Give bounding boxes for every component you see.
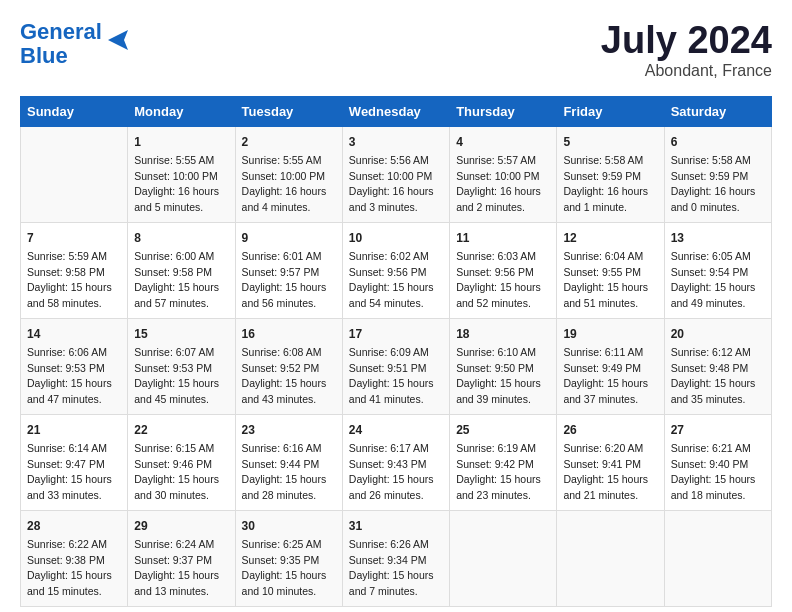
cell-line: Daylight: 16 hours xyxy=(456,184,550,200)
cell-line: Sunset: 9:58 PM xyxy=(134,265,228,281)
cell-line: Daylight: 16 hours xyxy=(671,184,765,200)
cell-content: Sunrise: 6:03 AMSunset: 9:56 PMDaylight:… xyxy=(456,249,550,312)
cell-line: and 21 minutes. xyxy=(563,488,657,504)
cell-line: and 1 minute. xyxy=(563,200,657,216)
cell-line: Sunrise: 6:00 AM xyxy=(134,249,228,265)
cell-line: Daylight: 15 hours xyxy=(242,280,336,296)
cell-content: Sunrise: 5:59 AMSunset: 9:58 PMDaylight:… xyxy=(27,249,121,312)
cell-line: Sunset: 10:00 PM xyxy=(349,169,443,185)
cell-line: Daylight: 15 hours xyxy=(134,376,228,392)
cell-content: Sunrise: 6:15 AMSunset: 9:46 PMDaylight:… xyxy=(134,441,228,504)
cell-line: Sunset: 9:53 PM xyxy=(27,361,121,377)
cell-line: Sunset: 9:40 PM xyxy=(671,457,765,473)
cell-content: Sunrise: 5:55 AMSunset: 10:00 PMDaylight… xyxy=(134,153,228,216)
cell-line: Sunset: 9:53 PM xyxy=(134,361,228,377)
cell-line: Daylight: 15 hours xyxy=(349,472,443,488)
title-block: July 2024 Abondant, France xyxy=(601,20,772,80)
cell-line: and 52 minutes. xyxy=(456,296,550,312)
cell-content: Sunrise: 6:05 AMSunset: 9:54 PMDaylight:… xyxy=(671,249,765,312)
calendar-cell: 13Sunrise: 6:05 AMSunset: 9:54 PMDayligh… xyxy=(664,222,771,318)
day-number: 19 xyxy=(563,325,657,343)
cell-line: Sunrise: 6:02 AM xyxy=(349,249,443,265)
day-number: 7 xyxy=(27,229,121,247)
cell-content: Sunrise: 6:14 AMSunset: 9:47 PMDaylight:… xyxy=(27,441,121,504)
cell-line: and 7 minutes. xyxy=(349,584,443,600)
cell-line: Sunrise: 6:24 AM xyxy=(134,537,228,553)
calendar-cell xyxy=(664,510,771,606)
cell-line: and 47 minutes. xyxy=(27,392,121,408)
calendar-cell: 8Sunrise: 6:00 AMSunset: 9:58 PMDaylight… xyxy=(128,222,235,318)
day-number: 12 xyxy=(563,229,657,247)
column-header-thursday: Thursday xyxy=(450,96,557,126)
day-number: 30 xyxy=(242,517,336,535)
calendar-cell: 1Sunrise: 5:55 AMSunset: 10:00 PMDayligh… xyxy=(128,126,235,222)
calendar-cell: 10Sunrise: 6:02 AMSunset: 9:56 PMDayligh… xyxy=(342,222,449,318)
week-row-1: 1Sunrise: 5:55 AMSunset: 10:00 PMDayligh… xyxy=(21,126,772,222)
cell-content: Sunrise: 6:20 AMSunset: 9:41 PMDaylight:… xyxy=(563,441,657,504)
cell-line: Daylight: 15 hours xyxy=(134,472,228,488)
cell-line: Sunrise: 6:09 AM xyxy=(349,345,443,361)
cell-line: Sunset: 9:56 PM xyxy=(349,265,443,281)
calendar-cell: 3Sunrise: 5:56 AMSunset: 10:00 PMDayligh… xyxy=(342,126,449,222)
day-number: 1 xyxy=(134,133,228,151)
cell-line: Daylight: 15 hours xyxy=(671,472,765,488)
day-number: 13 xyxy=(671,229,765,247)
cell-line: and 43 minutes. xyxy=(242,392,336,408)
calendar-cell: 24Sunrise: 6:17 AMSunset: 9:43 PMDayligh… xyxy=(342,414,449,510)
calendar-cell: 18Sunrise: 6:10 AMSunset: 9:50 PMDayligh… xyxy=(450,318,557,414)
cell-content: Sunrise: 6:04 AMSunset: 9:55 PMDaylight:… xyxy=(563,249,657,312)
cell-content: Sunrise: 6:16 AMSunset: 9:44 PMDaylight:… xyxy=(242,441,336,504)
cell-content: Sunrise: 6:12 AMSunset: 9:48 PMDaylight:… xyxy=(671,345,765,408)
cell-line: Sunrise: 6:15 AM xyxy=(134,441,228,457)
cell-line: and 57 minutes. xyxy=(134,296,228,312)
calendar-cell: 28Sunrise: 6:22 AMSunset: 9:38 PMDayligh… xyxy=(21,510,128,606)
calendar-cell: 7Sunrise: 5:59 AMSunset: 9:58 PMDaylight… xyxy=(21,222,128,318)
cell-line: Sunrise: 6:19 AM xyxy=(456,441,550,457)
calendar-cell: 16Sunrise: 6:08 AMSunset: 9:52 PMDayligh… xyxy=(235,318,342,414)
cell-line: Sunrise: 6:16 AM xyxy=(242,441,336,457)
cell-line: Daylight: 15 hours xyxy=(242,376,336,392)
day-number: 4 xyxy=(456,133,550,151)
column-header-monday: Monday xyxy=(128,96,235,126)
cell-line: Sunrise: 5:55 AM xyxy=(242,153,336,169)
calendar-cell: 25Sunrise: 6:19 AMSunset: 9:42 PMDayligh… xyxy=(450,414,557,510)
cell-line: Daylight: 15 hours xyxy=(563,280,657,296)
cell-line: Sunset: 9:43 PM xyxy=(349,457,443,473)
cell-content: Sunrise: 6:07 AMSunset: 9:53 PMDaylight:… xyxy=(134,345,228,408)
cell-line: Sunset: 9:44 PM xyxy=(242,457,336,473)
cell-line: Sunrise: 5:59 AM xyxy=(27,249,121,265)
cell-line: and 33 minutes. xyxy=(27,488,121,504)
cell-content: Sunrise: 6:24 AMSunset: 9:37 PMDaylight:… xyxy=(134,537,228,600)
cell-line: Daylight: 15 hours xyxy=(242,568,336,584)
calendar-cell: 29Sunrise: 6:24 AMSunset: 9:37 PMDayligh… xyxy=(128,510,235,606)
cell-line: Sunset: 9:55 PM xyxy=(563,265,657,281)
cell-line: Daylight: 16 hours xyxy=(563,184,657,200)
cell-line: Sunrise: 6:04 AM xyxy=(563,249,657,265)
cell-line: Daylight: 15 hours xyxy=(349,376,443,392)
day-number: 10 xyxy=(349,229,443,247)
cell-line: Sunrise: 6:08 AM xyxy=(242,345,336,361)
page-header: GeneralBlue July 2024 Abondant, France xyxy=(20,20,772,80)
calendar-cell xyxy=(557,510,664,606)
cell-line: Sunrise: 6:11 AM xyxy=(563,345,657,361)
day-number: 2 xyxy=(242,133,336,151)
cell-line: Daylight: 15 hours xyxy=(563,472,657,488)
day-number: 15 xyxy=(134,325,228,343)
cell-line: Sunset: 9:58 PM xyxy=(27,265,121,281)
week-row-3: 14Sunrise: 6:06 AMSunset: 9:53 PMDayligh… xyxy=(21,318,772,414)
column-header-wednesday: Wednesday xyxy=(342,96,449,126)
cell-line: Sunset: 9:52 PM xyxy=(242,361,336,377)
cell-line: and 35 minutes. xyxy=(671,392,765,408)
week-row-2: 7Sunrise: 5:59 AMSunset: 9:58 PMDaylight… xyxy=(21,222,772,318)
cell-line: Daylight: 15 hours xyxy=(456,472,550,488)
cell-line: Daylight: 15 hours xyxy=(671,376,765,392)
cell-line: Sunrise: 6:20 AM xyxy=(563,441,657,457)
day-number: 24 xyxy=(349,421,443,439)
column-header-saturday: Saturday xyxy=(664,96,771,126)
cell-line: Sunrise: 5:55 AM xyxy=(134,153,228,169)
cell-line: Daylight: 15 hours xyxy=(27,280,121,296)
day-number: 31 xyxy=(349,517,443,535)
cell-content: Sunrise: 6:19 AMSunset: 9:42 PMDaylight:… xyxy=(456,441,550,504)
cell-line: Sunset: 10:00 PM xyxy=(134,169,228,185)
day-number: 16 xyxy=(242,325,336,343)
